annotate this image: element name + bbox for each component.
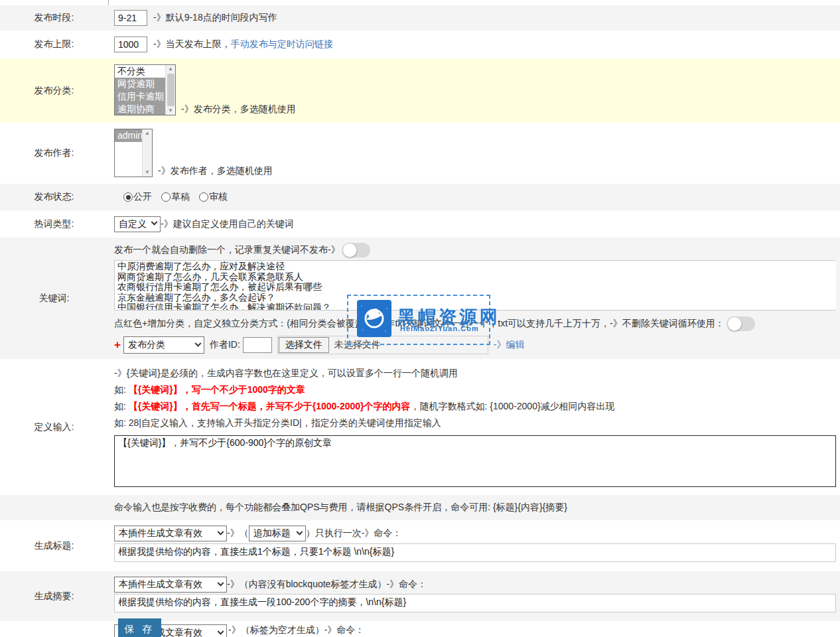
publish-limit-input[interactable] [114,36,147,52]
row-publish-time: 发布时段: -》默认9-18点的时间段内写作 [0,5,840,31]
generate-digest-mode-select[interactable]: 本插件生成文章有效 [114,577,227,593]
publish-time-input[interactable] [114,10,147,26]
previous-row-remnant [0,0,840,5]
auto-delete-toggle[interactable] [342,243,370,257]
radio-review-icon[interactable] [199,192,208,202]
publish-author-listbox[interactable]: admin ▲ ▼ [114,129,153,177]
chevron-down-icon [151,219,158,226]
listbox-option[interactable]: admin [115,129,142,142]
chevron-down-icon [194,340,201,346]
empty-label [0,495,108,520]
author-id-input[interactable] [243,337,272,353]
keyword-loop-toggle[interactable] [727,317,755,331]
publish-category-listbox[interactable]: 不分类 网贷逾期 信用卡逾期 逾期协商 ▲ ▼ [114,64,176,115]
publish-plugin-settings-page: 发布时段: -》默认9-18点的时间段内写作 发布上限: -》当天发布上限， 手… [0,0,840,637]
toggle-knob [727,317,742,331]
radio-item-review[interactable]: 审核 [199,191,228,203]
listbox-option[interactable]: 逾期协商 [115,103,165,115]
chevron-down-icon [218,528,224,535]
listbox-option[interactable]: 不分类 [115,65,165,78]
file-status-text: 未选择文件 [334,339,381,351]
publish-category-label: 发布分类: [0,58,108,123]
radio-item-public[interactable]: 公开 [123,191,152,203]
generate-tag-rest-text: -》（标签为空才生成）-》命令： [228,624,364,636]
row-generate-title: 生成标题: 本插件生成文章有效 -》（ 追加标题 ）只执行一次-》命令： 根据我… [0,520,840,571]
hotword-type-label: 热词类型: [0,210,108,238]
publish-limit-hint: -》当天发布上限， [153,38,231,50]
row-hotword-type: 热词类型: 自定义 -》建议自定义使用自己的关键词 [0,210,840,238]
define-hint-line4: 如: 28|自定义输入，支持输入开头指定分类ID|，指定分类的关键词使用指定输入 [114,417,840,429]
example-rest-text: ，随机字数格式如: {1000-2000}减少相同内容出现 [411,401,615,411]
row-publish-status: 发布状态: 公开 草稿 审核 [0,184,840,210]
keywords-textarea[interactable]: 中原消费逾期了怎么办，应对及解决途径 网商贷逾期了怎么办，几天会联系紧急联系人 … [114,260,836,311]
radio-draft-label: 草稿 [171,191,190,203]
radio-public-icon[interactable] [123,192,133,202]
row-define-input: 定义输入: -》{关键词}是必须的，生成内容字数也在这里定义，可以设置多个一行一… [0,359,840,495]
define-hint-line3: 如: 【{关键词}】，首先写一个标题，并写不少于{1000-2000}个字的内容… [114,401,840,412]
define-input-textarea[interactable]: 【{关键词}】，并写不少于{600-900}个字的原创文章 [114,435,836,487]
generate-title-mode-select[interactable]: 本插件生成文章有效 [114,526,227,541]
add-category-button[interactable]: + [114,338,121,352]
append-title-select[interactable]: 追加标题 [249,526,306,541]
toggle-knob [342,243,357,257]
append-title-value: 追加标题 [253,528,291,539]
listbox-option[interactable]: 信用卡逾期 [115,90,165,103]
row-command-notice: 命令输入也是按字收费的，每个功能都会叠加QPS与费用，请根据QPS条件开启，命令… [0,495,840,520]
generate-digest-mode-value: 本插件生成文章有效 [119,579,202,591]
keywords-label: 关键词: [0,238,108,359]
publish-author-label: 发布作者: [0,123,108,184]
radio-draft-icon[interactable] [161,192,171,202]
publish-time-label: 发布时段: [0,5,108,31]
scrollbar-track[interactable] [144,138,151,168]
scroll-down-icon[interactable]: ▼ [145,169,150,176]
choose-file-button[interactable]: 选择文件 [279,337,329,353]
scroll-up-icon[interactable]: ▲ [145,130,150,137]
row-generate-digest: 生成摘要: 本插件生成文章有效 -》（内容没有blockquote标签才生成）-… [0,571,840,621]
define-input-label: 定义输入: [0,359,108,495]
listbox-option[interactable]: 网贷逾期 [115,78,165,90]
generate-title-rest-text: ）只执行一次-》命令： [306,528,402,539]
listbox-scrollbar[interactable]: ▲ ▼ [165,65,175,115]
radio-item-draft[interactable]: 草稿 [161,191,190,203]
define-hint-line2: 如: 【{关键词}】，写一个不少于1000字的文章 [114,384,840,395]
radio-public-label: 公开 [133,191,152,203]
scroll-up-icon[interactable]: ▲ [168,66,173,72]
hotword-type-value: 自定义 [119,218,147,230]
divider [108,0,109,5]
publish-category-hint: -》发布分类，多选随机使用 [181,104,296,115]
command-notice-text: 命令输入也是按字收费的，每个功能都会叠加QPS与费用，请根据QPS条件开启，命令… [114,502,567,514]
generate-digest-label: 生成摘要: [0,571,108,621]
generate-digest-command-textarea[interactable]: 根据我提供给你的内容，直接生成一段100-200个字的摘要，\n\n{标题} [114,594,836,612]
edit-keywords-link[interactable]: -》编辑 [494,339,525,351]
publish-limit-label: 发布上限: [0,31,108,58]
hotword-type-select[interactable]: 自定义 [114,216,161,232]
example-prefix: 如: [114,384,129,395]
row-publish-author: 发布作者: admin ▲ ▼ -》发布作者，多选随机使用 [0,123,840,184]
keywords-category-hint: 点红色+增加分类，自定义独立分类方式：(相同分类会被覆盖)，制作txt关键词文件… [114,318,725,330]
save-button[interactable]: 保 存 [118,618,161,637]
keyword-category-select[interactable]: 发布分类 [123,336,204,354]
scroll-down-icon[interactable]: ▼ [168,107,173,114]
scrollbar-thumb[interactable] [167,74,175,106]
generate-title-command-textarea[interactable]: 根据我提供给你的内容，直接生成1个标题，只要1个标题 \n\n{标题} [114,543,836,562]
chevron-down-icon [218,579,224,586]
generate-title-mid-text: -》（ [227,528,249,539]
define-hint-line1: -》{关键词}是必须的，生成内容字数也在这里定义，可以设置多个一行一个随机调用 [114,368,840,379]
generate-title-mode-value: 本插件生成文章有效 [119,528,202,539]
chevron-down-icon [218,628,224,634]
manual-publish-link[interactable]: 手动发布与定时访问链接 [231,38,333,50]
radio-review-label: 审核 [209,191,228,203]
generate-digest-rest-text: -》（内容没有blockquote标签才生成）-》命令： [227,579,427,591]
author-id-label: 作者ID: [210,339,240,351]
publish-author-hint: -》发布作者，多选随机使用 [158,165,273,177]
empty-label [0,621,108,637]
publish-time-hint: -》默认9-18点的时间段内写作 [153,12,277,24]
example-red-text: 【{关键词}】，首先写一个标题，并写不少于{1000-2000}个字的内容 [129,401,411,411]
keyword-file-input[interactable]: 选择文件 未选择文件 [277,336,488,354]
keyword-category-value: 发布分类 [128,339,165,351]
chevron-down-icon [296,528,303,535]
example-prefix: 如: [114,401,129,411]
row-publish-limit: 发布上限: -》当天发布上限， 手动发布与定时访问链接 [0,31,840,58]
row-keywords: 关键词: 发布一个就会自动删除一个，记录重复关键词不发布-》 中原消费逾期了怎么… [0,238,840,359]
listbox-scrollbar[interactable]: ▲ ▼ [142,129,152,177]
